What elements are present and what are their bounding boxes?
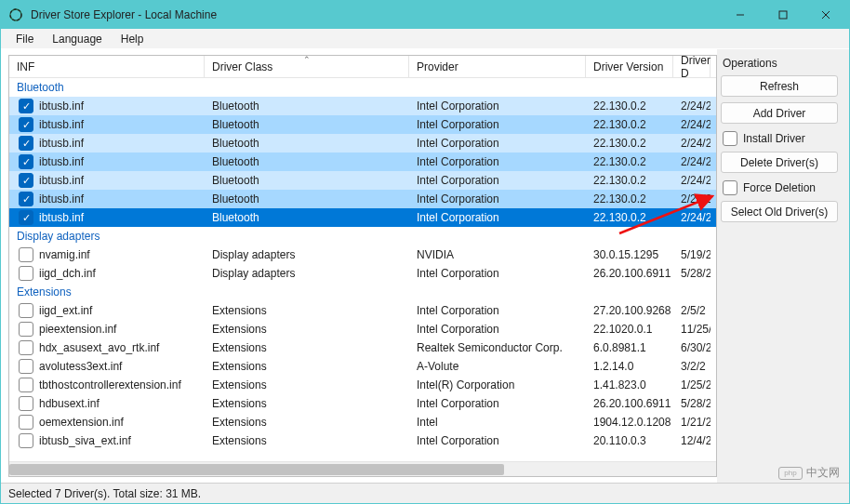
row-checkbox[interactable]: [19, 378, 33, 392]
cell-date: 2/24/2: [673, 155, 711, 168]
cell-provider: Intel Corporation: [409, 304, 586, 317]
table-row[interactable]: ibtusb.infBluetoothIntel Corporation22.1…: [9, 97, 716, 115]
row-checkbox[interactable]: [19, 340, 33, 355]
grid-header: INF Driver Class⌃ Provider Driver Versio…: [9, 56, 716, 78]
cell-class: Bluetooth: [205, 211, 409, 224]
add-driver-button[interactable]: Add Driver: [721, 102, 838, 124]
cell-class: Bluetooth: [205, 137, 409, 150]
cell-version: 20.110.0.3: [586, 434, 673, 447]
table-row[interactable]: pieextension.infExtensionsIntel Corporat…: [9, 320, 716, 338]
table-row[interactable]: ibtusb.infBluetoothIntel Corporation22.1…: [9, 190, 716, 208]
row-checkbox[interactable]: [19, 247, 33, 262]
cell-inf: pieextension.inf: [39, 323, 116, 336]
table-row[interactable]: nvamig.infDisplay adaptersNVIDIA30.0.15.…: [9, 245, 716, 264]
table-row[interactable]: ibtusb.infBluetoothIntel Corporation22.1…: [9, 171, 716, 190]
maximize-button[interactable]: [762, 1, 804, 29]
row-checkbox[interactable]: [19, 433, 33, 448]
cell-class: Bluetooth: [205, 174, 409, 187]
row-checkbox[interactable]: [19, 266, 33, 281]
select-old-drivers-button[interactable]: Select Old Driver(s): [721, 201, 838, 222]
cell-version: 1.2.14.0: [586, 360, 673, 373]
row-checkbox[interactable]: [19, 396, 33, 411]
close-button[interactable]: [804, 1, 847, 29]
install-driver-label: Install Driver: [743, 132, 805, 145]
table-row[interactable]: tbthostcontrollerextension.infExtensions…: [9, 376, 716, 394]
row-checkbox[interactable]: [19, 322, 33, 337]
cell-provider: Intel Corporation: [409, 397, 586, 410]
table-row[interactable]: ibtusb.infBluetoothIntel Corporation22.1…: [9, 208, 716, 227]
cell-provider: Intel Corporation: [409, 155, 586, 168]
app-icon: [8, 7, 23, 22]
cell-provider: Intel Corporation: [409, 192, 586, 206]
cell-version: 26.20.100.6911: [586, 267, 673, 280]
install-driver-checkbox[interactable]: Install Driver: [723, 131, 842, 146]
grid-body[interactable]: Bluetoothibtusb.infBluetoothIntel Corpor…: [9, 78, 716, 461]
group-header[interactable]: Extensions: [9, 283, 716, 301]
column-provider[interactable]: Provider: [409, 56, 586, 77]
column-date[interactable]: Driver D: [673, 56, 711, 77]
cell-provider: NVIDIA: [409, 248, 586, 261]
table-row[interactable]: ibtusb.infBluetoothIntel Corporation22.1…: [9, 153, 716, 171]
checkbox-icon[interactable]: [723, 131, 737, 146]
row-checkbox[interactable]: [19, 99, 33, 113]
row-checkbox[interactable]: [19, 303, 33, 318]
cell-inf: nvamig.inf: [39, 248, 90, 261]
cell-inf: tbthostcontrollerextension.inf: [39, 378, 181, 391]
cell-class: Bluetooth: [205, 118, 409, 131]
status-bar: Selected 7 Driver(s). Total size: 31 MB.: [1, 483, 849, 503]
force-deletion-label: Force Deletion: [743, 181, 816, 194]
window-title: Driver Store Explorer - Local Machine: [31, 8, 719, 21]
row-checkbox[interactable]: [19, 154, 33, 169]
cell-inf: hdx_asusext_avo_rtk.inf: [39, 341, 159, 354]
table-row[interactable]: iigd_dch.infDisplay adaptersIntel Corpor…: [9, 264, 716, 283]
force-deletion-checkbox[interactable]: Force Deletion: [723, 180, 842, 195]
table-row[interactable]: iigd_ext.infExtensionsIntel Corporation2…: [9, 301, 716, 320]
table-row[interactable]: ibtusb_siva_ext.infExtensionsIntel Corpo…: [9, 431, 716, 450]
cell-inf: avolutess3ext.inf: [39, 360, 122, 373]
row-checkbox[interactable]: [19, 210, 33, 225]
menu-help[interactable]: Help: [112, 31, 153, 47]
menu-language[interactable]: Language: [43, 31, 111, 47]
column-class[interactable]: Driver Class⌃: [205, 56, 409, 77]
cell-inf: hdbusext.inf: [39, 397, 100, 410]
refresh-button[interactable]: Refresh: [721, 75, 838, 97]
table-row[interactable]: hdbusext.infExtensionsIntel Corporation2…: [9, 394, 716, 413]
table-row[interactable]: ibtusb.infBluetoothIntel Corporation22.1…: [9, 134, 716, 153]
column-version[interactable]: Driver Version: [586, 56, 673, 77]
minimize-button[interactable]: [719, 1, 762, 29]
titlebar[interactable]: Driver Store Explorer - Local Machine: [1, 1, 849, 29]
table-row[interactable]: avolutess3ext.infExtensionsA-Volute1.2.1…: [9, 357, 716, 376]
column-inf[interactable]: INF: [9, 56, 205, 77]
cell-date: 2/24/2: [673, 192, 711, 206]
row-checkbox[interactable]: [19, 117, 33, 132]
row-checkbox[interactable]: [19, 173, 33, 188]
group-header[interactable]: Display adapters: [9, 227, 716, 245]
table-row[interactable]: ibtusb.infBluetoothIntel Corporation22.1…: [9, 115, 716, 134]
cell-class: Bluetooth: [205, 155, 409, 168]
checkbox-icon[interactable]: [723, 180, 737, 195]
operations-title: Operations: [721, 55, 842, 75]
horizontal-scrollbar[interactable]: [9, 461, 716, 476]
scroll-thumb[interactable]: [9, 464, 504, 475]
group-header[interactable]: Bluetooth: [9, 78, 716, 97]
cell-version: 22.1020.0.1: [586, 323, 673, 336]
cell-provider: Intel: [409, 416, 586, 429]
table-row[interactable]: oemextension.infExtensionsIntel1904.12.0…: [9, 413, 716, 431]
cell-date: 6/30/2: [673, 341, 711, 354]
table-row[interactable]: hdx_asusext_avo_rtk.infExtensionsRealtek…: [9, 338, 716, 357]
row-checkbox[interactable]: [19, 136, 33, 151]
cell-class: Display adapters: [205, 267, 409, 280]
cell-version: 6.0.8981.1: [586, 341, 673, 354]
row-checkbox[interactable]: [19, 359, 33, 374]
cell-inf: iigd_dch.inf: [39, 267, 96, 280]
delete-drivers-button[interactable]: Delete Driver(s): [721, 152, 838, 173]
cell-inf: iigd_ext.inf: [39, 304, 92, 317]
cell-date: 5/28/2: [673, 267, 711, 280]
cell-version: 22.130.0.2: [586, 211, 673, 224]
cell-provider: Intel Corporation: [409, 323, 586, 336]
row-checkbox[interactable]: [19, 415, 33, 430]
menu-file[interactable]: File: [7, 31, 43, 47]
cell-date: 11/25/2: [673, 323, 711, 336]
cell-version: 22.130.0.2: [586, 174, 673, 187]
row-checkbox[interactable]: [19, 192, 33, 206]
